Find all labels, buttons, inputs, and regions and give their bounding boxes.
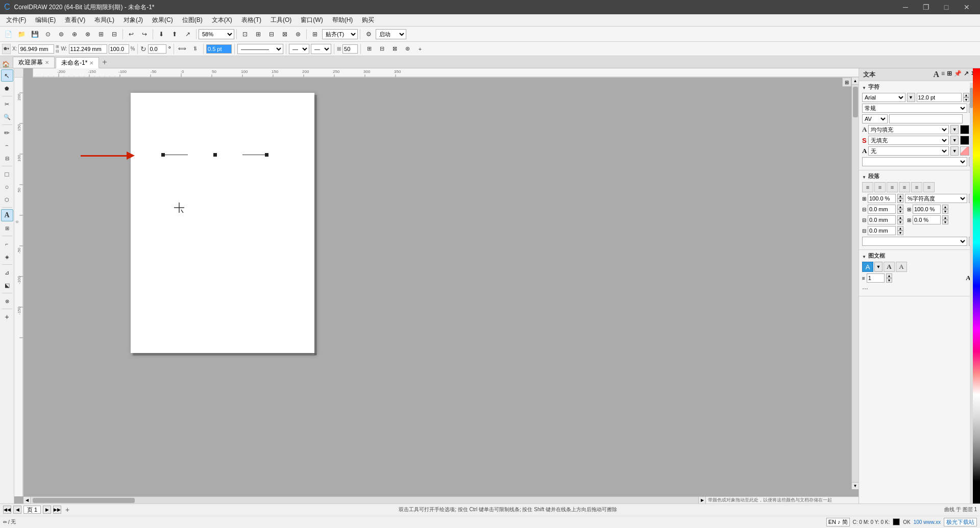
view-btn-1[interactable]: ⊡ [239, 28, 251, 40]
sv-down[interactable]: ▼ [942, 220, 948, 224]
sh-down[interactable]: ▼ [942, 209, 948, 214]
welcome-tab[interactable]: 欢迎屏幕 ✕ [13, 57, 55, 68]
col-up[interactable]: ▲ [886, 273, 892, 278]
connector-tool-btn[interactable]: ⌐ [1, 238, 13, 250]
menu-buy[interactable]: 购买 [358, 14, 378, 26]
snap-btn[interactable]: ⊞ [309, 28, 321, 40]
menu-table[interactable]: 表格(T) [237, 14, 265, 26]
fill-color-swatch[interactable] [960, 125, 969, 134]
mirror-v-btn[interactable]: ⥮ [189, 44, 201, 54]
font-style-select[interactable]: 常规 Bold Italic Bold Italic [862, 104, 967, 113]
welcome-tab-close[interactable]: ✕ [45, 60, 49, 65]
view-btn-4[interactable]: ⊠ [279, 28, 291, 40]
pointer-tool[interactable]: ↖ [1, 69, 13, 82]
frame-icon-4[interactable]: A [896, 262, 907, 272]
scale-v-input[interactable] [913, 215, 941, 224]
snap-select[interactable]: 贴齐(T) [322, 29, 358, 39]
x-input[interactable] [18, 44, 54, 54]
fill-expand-btn[interactable]: ▼ [950, 125, 959, 134]
tb-btn-8[interactable]: ⊞ [95, 28, 107, 40]
ellipse-tool[interactable]: ○ [1, 181, 13, 193]
add-tab-button[interactable]: + [100, 57, 109, 68]
in-up[interactable]: ▲ [897, 226, 903, 231]
polygon-tool[interactable]: ⬡ [1, 193, 13, 206]
after-para-input[interactable] [868, 215, 896, 224]
scroll-thumb-h[interactable] [33, 498, 135, 503]
frame-icon-3[interactable]: A [884, 262, 895, 272]
more-btn-3[interactable]: ⊠ [389, 44, 400, 54]
menu-help[interactable]: 帮助(H) [328, 14, 357, 26]
tb-btn-7[interactable]: ⊗ [82, 28, 94, 40]
text-object[interactable] [161, 153, 268, 157]
align-force-btn[interactable]: ≡ [911, 182, 922, 192]
indent-input[interactable] [868, 226, 896, 235]
stroke-color-swatch[interactable] [960, 136, 969, 145]
font-collapse-icon[interactable] [862, 84, 866, 90]
view-btn-2[interactable]: ⊞ [252, 28, 264, 40]
font-size-input[interactable] [206, 44, 232, 54]
menu-object[interactable]: 对象(J) [119, 14, 147, 26]
doc-tab[interactable]: 未命名-1* ✕ [56, 57, 99, 68]
page-nav-last[interactable]: ▶▶ [53, 506, 61, 514]
new-button[interactable]: 📄 [2, 28, 14, 40]
para-extra-select[interactable] [862, 237, 967, 246]
menu-view[interactable]: 查看(V) [61, 14, 89, 26]
rp-expand-icon[interactable]: ↗ [964, 70, 969, 79]
minimize-button[interactable]: ─ [896, 2, 915, 12]
in-down[interactable]: ▼ [897, 231, 903, 235]
home-tab[interactable]: 🏠 [2, 61, 10, 68]
char-fill-color[interactable] [960, 146, 969, 156]
text-tool[interactable]: A [1, 209, 13, 221]
menu-file[interactable]: 文件(F) [2, 14, 30, 26]
scroll-right-btn[interactable]: ▶ [698, 497, 705, 504]
mirror-h-btn[interactable]: ⟺ [177, 44, 188, 54]
align-justify-btn[interactable]: ≡ [899, 182, 910, 192]
w-input[interactable] [69, 44, 107, 54]
scroll-thumb-v[interactable] [853, 87, 858, 117]
align-center-btn[interactable]: ≡ [874, 182, 886, 192]
sh-up[interactable]: ▲ [942, 205, 948, 209]
undo-button[interactable]: ↩ [125, 28, 137, 40]
more-btn-5[interactable]: + [414, 44, 426, 54]
menu-edit[interactable]: 编辑(E) [31, 14, 60, 26]
lang-badge[interactable]: EN ♪ 简 [826, 518, 850, 526]
before-para-input[interactable] [868, 205, 896, 214]
export-pdf-button[interactable]: ↗ [182, 28, 194, 40]
doc-tab-close[interactable]: ✕ [89, 60, 93, 66]
bp-up[interactable]: ▲ [897, 205, 903, 209]
font-size-up[interactable]: ▲ [963, 93, 969, 97]
view-btn-3[interactable]: ⊟ [265, 28, 278, 40]
scale-h-input[interactable] [913, 205, 941, 214]
maximize-button[interactable]: □ [937, 2, 955, 12]
col-down[interactable]: ▼ [886, 278, 892, 283]
restore-button[interactable]: ❐ [917, 2, 935, 12]
lh-up[interactable]: ▲ [897, 194, 903, 198]
freehand-tool[interactable]: ✏ [1, 127, 13, 139]
line-style-select[interactable]: ————— - - - - · · · · [237, 44, 283, 54]
frame-arrow-select[interactable]: ▼ [874, 262, 883, 272]
stroke-type-select[interactable]: 无填充 [868, 136, 949, 145]
menu-layout[interactable]: 布局(L) [90, 14, 118, 26]
font-name-expand-btn[interactable]: ▼ [907, 93, 915, 102]
scroll-up-btn[interactable]: ▲ [852, 78, 859, 85]
close-button[interactable]: ✕ [958, 2, 976, 12]
av-select[interactable]: AV [862, 114, 888, 123]
textframe-collapse-icon[interactable] [862, 253, 866, 259]
fill-type-select[interactable]: 均匀填充 [868, 125, 949, 134]
node-tool[interactable]: ⬟ [1, 82, 13, 94]
h-scrollbar[interactable]: ◀ ▶ 带颜色或对象拖动至此处，以便将这些颜色与文档存储在一起 [23, 496, 859, 504]
tb-btn-6[interactable]: ⊕ [68, 28, 81, 40]
export-button[interactable]: ⬆ [168, 28, 181, 40]
lh-down[interactable]: ▼ [897, 198, 903, 203]
scroll-left-btn[interactable]: ◀ [23, 497, 31, 504]
more-btn-2[interactable]: ⊟ [376, 44, 387, 54]
expand-tools-btn[interactable]: + [1, 311, 13, 323]
rp-pin-icon[interactable]: 📌 [954, 70, 962, 79]
artpen-tool[interactable]: ⊟ [1, 152, 13, 164]
redo-button[interactable]: ↪ [138, 28, 151, 40]
font-size-rp-input[interactable] [917, 93, 962, 102]
open-button[interactable]: 📁 [15, 28, 28, 40]
menu-tools[interactable]: 工具(O) [266, 14, 296, 26]
scroll-down-btn[interactable]: ▼ [852, 482, 859, 489]
canvas-area[interactable]: ▲ ▼ ⊞ [23, 78, 859, 496]
